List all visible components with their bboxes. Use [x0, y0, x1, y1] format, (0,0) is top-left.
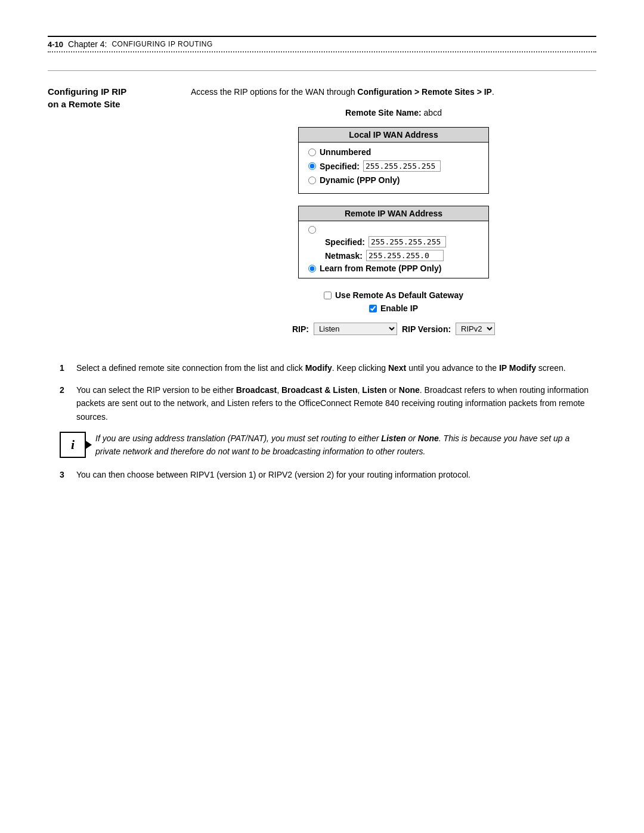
step-1-bold1: Modify: [305, 363, 332, 373]
chapter-title: Configuring IP Routing: [112, 40, 212, 48]
chapter-label: Chapter 4:: [68, 39, 107, 49]
rip-version-label: RIP Version:: [402, 324, 451, 334]
step-2-bold1: Broadcast: [236, 385, 277, 395]
intro-text-end: .: [492, 87, 494, 97]
remote-field-group: Specified: Netmask:: [325, 236, 479, 261]
rip-select[interactable]: Listen Broadcast Broadcast & Listen None: [314, 323, 397, 335]
step-2: 2 You can select the RIP version to be e…: [60, 383, 596, 423]
enable-ip-checkbox[interactable]: [369, 305, 377, 312]
step-2-bold2: Broadcast & Listen: [281, 385, 358, 395]
content-layout: Configuring IP RIP on a Remote Site Acce…: [48, 85, 596, 349]
remote-wan-box: Remote IP WAN Address Specified: Netmask…: [298, 206, 489, 278]
step-1-bold2: Next: [388, 363, 406, 373]
rip-row: RIP: Listen Broadcast Broadcast & Listen…: [191, 323, 596, 335]
info-box: i If you are using address translation (…: [60, 432, 596, 459]
remote-netmask-input[interactable]: [366, 250, 444, 261]
remote-site-label: Remote Site Name:: [345, 108, 422, 117]
info-text: If you are using address translation (PA…: [95, 432, 596, 459]
local-wan-box: Local IP WAN Address Unnumbered Specifie…: [298, 127, 489, 194]
checkbox-section: Use Remote As Default Gateway Enable IP: [191, 290, 596, 313]
gateway-label: Use Remote As Default Gateway: [335, 290, 463, 300]
remote-wan-title: Remote IP WAN Address: [299, 206, 488, 221]
local-wan-title: Local IP WAN Address: [299, 128, 488, 143]
info-icon: i: [60, 432, 86, 458]
local-wan-body: Unnumbered Specified: Dynamic (PPP Only): [299, 143, 488, 193]
step-2-bold3: Listen: [362, 385, 386, 395]
heading-line1: Configuring IP RIP: [48, 86, 126, 97]
step-3-num: 3: [60, 468, 69, 481]
header-bar: 4-10 Chapter 4: Configuring IP Routing: [48, 36, 596, 52]
info-icon-arrow: [85, 440, 92, 450]
page: 4-10 Chapter 4: Configuring IP Routing C…: [0, 0, 644, 833]
section-heading: Configuring IP RIP on a Remote Site: [48, 85, 167, 110]
step-2-bold4: None: [399, 385, 420, 395]
step-1-text: Select a defined remote site connection …: [76, 361, 596, 374]
right-column: Access the RIP options for the WAN throu…: [191, 85, 596, 349]
remote-site-value: abcd: [424, 108, 442, 117]
step-2-text: You can select the RIP version to be eit…: [76, 383, 596, 423]
specified-input[interactable]: [363, 160, 441, 172]
header-top: 4-10 Chapter 4: Configuring IP Routing: [48, 39, 596, 49]
enable-ip-checkbox-row: Enable IP: [191, 304, 596, 313]
info-i-letter: i: [71, 437, 75, 453]
dynamic-label: Dynamic (PPP Only): [320, 175, 400, 185]
dotted-divider: [48, 51, 596, 52]
remote-specified-row: [308, 226, 479, 234]
left-column: Configuring IP RIP on a Remote Site: [48, 85, 167, 349]
remote-specified-field: Specified:: [325, 236, 479, 247]
rip-version-select[interactable]: RIPv1 RIPv2: [456, 323, 495, 335]
remote-site-name-row: Remote Site Name: abcd: [191, 108, 596, 117]
step-3: 3 You can then choose between RIPV1 (ver…: [60, 468, 596, 481]
intro-paragraph: Access the RIP options for the WAN throu…: [191, 85, 596, 98]
specified-radio[interactable]: [308, 162, 316, 170]
info-bold2: None: [418, 433, 439, 443]
step-1-num: 1: [60, 361, 69, 374]
remote-netmask-label: Netmask:: [325, 251, 363, 261]
remote-wan-body: Specified: Netmask: Learn from Remote (P…: [299, 221, 488, 278]
rip-label: RIP:: [292, 324, 309, 334]
learn-row: Learn from Remote (PPP Only): [308, 264, 479, 273]
gateway-checkbox-row: Use Remote As Default Gateway: [191, 290, 596, 300]
chapter-num: 4-10: [48, 40, 63, 49]
info-bold1: Listen: [381, 433, 405, 443]
dynamic-radio[interactable]: [308, 176, 316, 184]
unnumbered-radio[interactable]: [308, 148, 316, 156]
step-2-num: 2: [60, 383, 69, 423]
learn-radio[interactable]: [308, 265, 316, 272]
heading-line2: on a Remote Site: [48, 99, 120, 109]
remote-specified-radio[interactable]: [308, 226, 316, 234]
learn-label: Learn from Remote (PPP Only): [320, 264, 441, 273]
dynamic-row: Dynamic (PPP Only): [308, 175, 479, 185]
intro-bold: Configuration > Remote Sites > IP: [357, 87, 492, 97]
gateway-checkbox[interactable]: [324, 292, 332, 299]
step-1: 1 Select a defined remote site connectio…: [60, 361, 596, 374]
remote-specified-input[interactable]: [369, 236, 446, 247]
numbered-list: 1 Select a defined remote site connectio…: [60, 361, 596, 481]
specified-label: Specified:: [320, 162, 360, 171]
unnumbered-label: Unnumbered: [320, 147, 371, 157]
section-divider: [48, 70, 596, 71]
intro-text-before: Access the RIP options for the WAN throu…: [191, 87, 357, 97]
enable-ip-label: Enable IP: [380, 304, 418, 313]
unnumbered-row: Unnumbered: [308, 147, 479, 157]
step-3-text: You can then choose between RIPV1 (versi…: [76, 468, 596, 481]
remote-specified-label: Specified:: [325, 237, 365, 247]
remote-netmask-field: Netmask:: [325, 250, 479, 261]
step-1-bold3: IP Modify: [499, 363, 536, 373]
specified-row: Specified:: [308, 160, 479, 172]
